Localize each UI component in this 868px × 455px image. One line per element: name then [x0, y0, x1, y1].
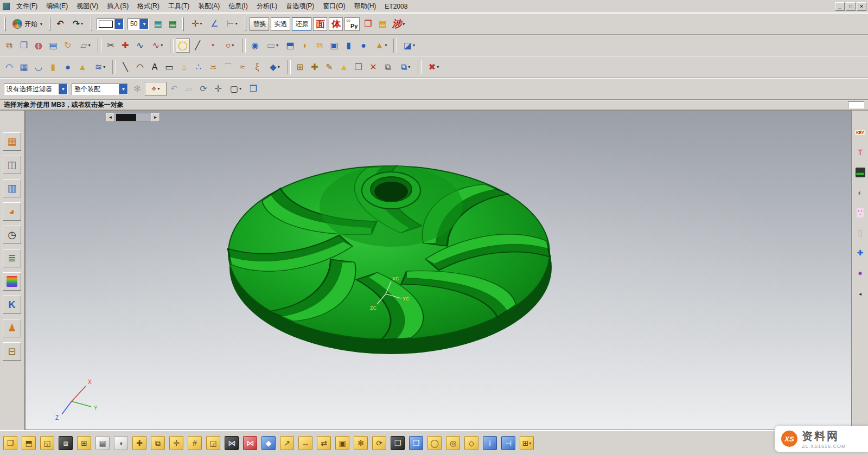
menu-tools[interactable]: 工具(T) — [164, 0, 194, 12]
material-ball-icon[interactable]: ◐ — [854, 186, 867, 199]
collapse-arrow-icon[interactable]: ◄ — [858, 292, 863, 297]
menu-information[interactable]: 信息(I) — [224, 0, 252, 12]
delete-icon[interactable]: ✖ — [424, 60, 444, 74]
red-cube-icon[interactable]: ❒ — [361, 17, 375, 31]
yellow-doc-icon[interactable]: ▤ — [375, 17, 390, 31]
tube-icon[interactable]: ▯ — [854, 226, 867, 239]
menu-edit[interactable]: 编辑(E) — [42, 0, 72, 12]
menu-analysis[interactable]: 分析(L) — [252, 0, 282, 12]
slider-left-icon[interactable]: ◄ — [106, 113, 115, 122]
block-icon[interactable]: ▣ — [327, 39, 341, 53]
menu-file[interactable]: 文件(F) — [12, 0, 42, 12]
undo-button[interactable]: ↶ — [53, 17, 67, 31]
menu-assemblies[interactable]: 装配(A) — [194, 0, 224, 12]
edit-component-icon[interactable]: ✎ — [322, 60, 336, 74]
layer-combo[interactable]: 50 ▼ — [127, 18, 149, 30]
point-set-icon[interactable]: ∴ — [192, 60, 206, 74]
washer-feature-icon[interactable]: ◎ — [446, 436, 460, 450]
datum-plane-icon[interactable]: ▱ — [75, 39, 95, 53]
block-primitive-icon[interactable]: ❒ — [3, 436, 17, 450]
slider-right-icon[interactable]: ► — [151, 113, 160, 122]
rect-select-icon[interactable]: ▢ — [226, 82, 246, 96]
vector-icon[interactable]: ✛ — [187, 17, 207, 31]
selection-filter-combo[interactable]: 没有选择过滤器 ▼ — [4, 84, 68, 95]
minimize-button[interactable]: _ — [835, 2, 845, 11]
shaded-face-icon[interactable]: ▱ — [182, 82, 196, 96]
face-button[interactable]: 面 — [313, 17, 327, 31]
menu-insert[interactable]: 插入(S) — [103, 0, 133, 12]
arc-icon[interactable]: ◔ — [205, 39, 219, 53]
ruled-surface-icon[interactable]: ◠ — [2, 60, 16, 74]
color-combo[interactable]: ▼ — [97, 18, 124, 30]
reuse-library-icon[interactable]: ◕ — [3, 202, 21, 221]
slider-track[interactable] — [115, 113, 151, 122]
toolbar-grip[interactable] — [245, 17, 246, 31]
snap-point-icon[interactable]: ⌖ — [145, 82, 167, 96]
angle-measure-icon[interactable]: ∠ — [207, 17, 221, 31]
system-materials-icon[interactable]: ≣ — [3, 249, 21, 267]
menu-format[interactable]: 格式(R) — [133, 0, 164, 12]
through-mesh-icon[interactable]: ▦ — [17, 60, 31, 74]
cone-icon[interactable]: ▲ — [371, 39, 391, 53]
basic-arc-icon[interactable]: ◠ — [133, 60, 147, 74]
pattern-body-icon[interactable]: ⊞ — [77, 436, 91, 450]
line-icon[interactable]: ╱ — [190, 39, 205, 53]
corner-cut-icon[interactable]: ◱ — [40, 436, 54, 450]
emboss-icon[interactable]: ▤ — [95, 436, 110, 450]
she-button[interactable]: 涉▾ — [390, 17, 406, 30]
mirror-feature-icon[interactable]: ⋈ — [225, 436, 239, 450]
toolbar-grip[interactable] — [182, 17, 184, 31]
body-button[interactable]: 体 — [329, 17, 343, 31]
extrude-icon[interactable]: ⬒ — [283, 39, 297, 53]
object-info-icon[interactable]: i — [483, 436, 497, 450]
visualization-icon[interactable]: K — [3, 296, 21, 314]
tube-surface-icon[interactable]: ▮ — [46, 60, 60, 74]
graphics-window[interactable]: ◄ ► — [25, 111, 852, 430]
ruler-icon[interactable]: ⊢ — [222, 17, 242, 31]
history-icon[interactable]: ◷ — [3, 226, 21, 244]
menu-view[interactable]: 视图(V) — [72, 0, 103, 12]
polygon-icon[interactable]: ⌂ — [177, 60, 191, 74]
remove-component-icon[interactable]: ✕ — [366, 60, 380, 74]
toolbar-grip[interactable] — [49, 17, 50, 31]
instance-array-icon[interactable]: # — [188, 436, 202, 450]
wave-surface-icon[interactable]: ≋ — [90, 60, 110, 74]
redo-button[interactable]: ↷ — [68, 17, 88, 31]
copy-body-icon[interactable]: ⧉ — [151, 436, 165, 450]
circle-icon[interactable]: ○ — [220, 39, 240, 53]
start-button[interactable]: 开始 ▾ — [9, 16, 46, 31]
menu-help[interactable]: 帮助(H) — [350, 0, 381, 12]
datum-csys-icon[interactable]: ✛ — [169, 436, 183, 450]
roles-icon[interactable]: ♟ — [3, 319, 21, 337]
warn-component-icon[interactable]: ▲ — [337, 60, 351, 74]
template-icon[interactable]: T — [854, 146, 867, 159]
move-object-icon[interactable]: ↗ — [280, 436, 294, 450]
cylinder-icon[interactable]: ▮ — [342, 39, 356, 53]
shell-icon[interactable]: ▣ — [335, 436, 349, 450]
layers-icon[interactable]: ⊟ — [3, 342, 21, 361]
intersect-bodies-icon[interactable]: ❒ — [409, 436, 423, 450]
solid-cube-icon[interactable]: ❒ — [17, 39, 31, 53]
connector-icon[interactable]: ⊣ — [501, 436, 515, 450]
create-component-icon[interactable]: ✚ — [308, 60, 322, 74]
copy-py-button[interactable]: co Py — [344, 17, 360, 31]
close-button[interactable]: ✕ — [857, 2, 866, 11]
direct-sketch-icon[interactable]: ⧉ — [2, 39, 16, 53]
helix-icon[interactable]: ξ — [250, 60, 264, 74]
chip-icon[interactable]: ▬ — [854, 166, 867, 179]
chamfer-icon[interactable]: ◲ — [206, 436, 220, 450]
revolve-body-icon[interactable]: ⟳ — [372, 436, 386, 450]
layer-settings-icon[interactable]: ▤ — [151, 17, 165, 31]
sheet-set-icon[interactable]: ⧉ — [312, 39, 327, 53]
part-navigator-icon[interactable]: ▥ — [3, 179, 21, 197]
shaded-view-icon[interactable]: ❒ — [246, 82, 260, 96]
slider-thumb[interactable] — [116, 114, 136, 121]
studio-spline-icon[interactable]: ∿ — [148, 39, 168, 53]
subtract-bodies-icon[interactable]: ❒ — [391, 436, 405, 450]
section-curve-icon[interactable]: ◆ — [265, 60, 285, 74]
swept-surface-icon[interactable]: ◡ — [31, 60, 46, 74]
trim-body-icon[interactable]: ◆ — [261, 436, 276, 450]
add-component-icon[interactable]: ⊞ — [293, 60, 307, 74]
spline-edit-icon[interactable]: ∿ — [133, 39, 147, 53]
gem-feature-icon[interactable]: ◇ — [464, 436, 478, 450]
